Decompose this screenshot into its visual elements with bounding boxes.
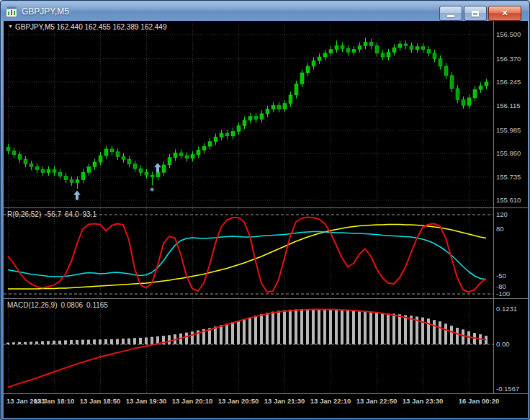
price-axis-label: 155.985 (496, 126, 521, 134)
candle (179, 153, 183, 156)
macd-bar (364, 312, 367, 344)
candle (70, 180, 73, 183)
candle (58, 172, 62, 176)
candle (191, 155, 194, 158)
r-axis-label: 80 (496, 225, 504, 233)
candle (162, 165, 166, 172)
macd-bar (439, 321, 441, 344)
minimize-button[interactable] (439, 6, 462, 21)
time-axis-label: 13 Jan 18:10 (34, 397, 75, 405)
macd-axis-label: 0.00 (496, 340, 510, 348)
close-button[interactable]: ✕ (488, 6, 521, 21)
candle (122, 156, 125, 159)
macd-bar (410, 316, 413, 344)
candle (18, 155, 22, 159)
chart-canvas[interactable]: ✶156.500156.370156.245156.115155.985155.… (4, 21, 528, 418)
macd-bar (369, 312, 372, 344)
price-axis-label: 156.500 (496, 30, 521, 38)
candle (12, 151, 16, 155)
macd-bar (450, 326, 453, 344)
macd-value-signal: 0.1165 (86, 301, 108, 309)
price-axis-label: 155.610 (496, 196, 521, 204)
macd-bar (387, 313, 390, 344)
ohlc-info-text: GBPJPY,M5 162.440 162.455 162.389 162.44… (15, 23, 167, 31)
macd-bar (225, 323, 228, 344)
macd-bar (346, 310, 349, 344)
candle (312, 61, 315, 66)
macd-bar (133, 338, 136, 344)
titlebar[interactable]: GBPJPY,M5 ✕ (1, 1, 529, 21)
candle (485, 82, 488, 86)
macd-bar (352, 311, 355, 344)
candle (375, 46, 379, 53)
candle (156, 172, 160, 177)
macd-bar (300, 309, 303, 344)
maximize-icon (472, 11, 479, 17)
time-axis-label: 13 Jan 22:50 (356, 397, 398, 405)
candle (127, 159, 131, 164)
r-axis-label: -50 (496, 272, 506, 280)
candle (35, 166, 39, 169)
arrow-up-icon (154, 163, 161, 172)
candle (467, 98, 471, 105)
chart-area: ✶156.500156.370156.245156.115155.985155.… (4, 21, 528, 418)
candle (462, 99, 465, 105)
candle (24, 159, 27, 164)
macd-bar (116, 339, 119, 344)
macd-bar (99, 339, 102, 344)
macd-bar (392, 313, 395, 344)
time-axis-label: 13 Jan 18:50 (80, 397, 121, 405)
macd-axis-label: 0.1231 (496, 305, 517, 313)
macd-bar (191, 331, 194, 344)
macd-bar (6, 343, 9, 344)
r-indicator-name: R(9,26,52) (7, 210, 41, 218)
macd-bar (335, 310, 338, 344)
candle (456, 89, 459, 100)
macd-bar (260, 314, 263, 344)
candle (277, 105, 281, 109)
macd-bar (358, 311, 361, 344)
macd-bar (12, 342, 15, 344)
macd-bar (329, 310, 332, 344)
candle (341, 46, 344, 49)
app-window: GBPJPY,M5 ✕ ✶156.500156.370156.245156.11… (0, 0, 530, 420)
macd-bar (375, 313, 378, 344)
macd-bar (214, 326, 217, 344)
macd-bar (398, 314, 401, 344)
candle (323, 53, 327, 57)
macd-bar (76, 340, 78, 344)
candle (208, 142, 212, 146)
candle (260, 114, 264, 120)
candle (306, 66, 310, 73)
trade-signal-markers: ✶ (73, 163, 161, 200)
candle (185, 156, 189, 158)
candle (64, 176, 68, 179)
candle (243, 120, 246, 126)
candle (352, 50, 356, 53)
candle (168, 158, 171, 165)
candle (225, 133, 229, 136)
macd-bar (456, 328, 459, 344)
macd-bar (433, 320, 436, 344)
macd-bar (323, 310, 326, 344)
macd-bar (306, 309, 309, 344)
maximize-button[interactable] (464, 6, 487, 21)
candle (381, 53, 385, 57)
price-axis-label: 156.115 (496, 102, 521, 110)
macd-bar (254, 316, 257, 344)
arrow-up-icon (73, 191, 81, 200)
time-axis-label: 13 Jan 20:10 (172, 397, 213, 405)
symbol-dropdown-icon[interactable]: ▼ (8, 24, 13, 29)
macd-bar (139, 338, 142, 344)
macd-signal-line (8, 309, 486, 387)
candle (254, 117, 258, 120)
candle (410, 46, 413, 50)
macd-bar (168, 335, 171, 344)
macd-histogram (6, 309, 488, 344)
candle (433, 53, 436, 59)
candle (6, 147, 10, 151)
candle (404, 44, 408, 46)
candle (416, 47, 419, 50)
chart-window-icon[interactable] (6, 6, 17, 17)
candle (300, 73, 304, 84)
